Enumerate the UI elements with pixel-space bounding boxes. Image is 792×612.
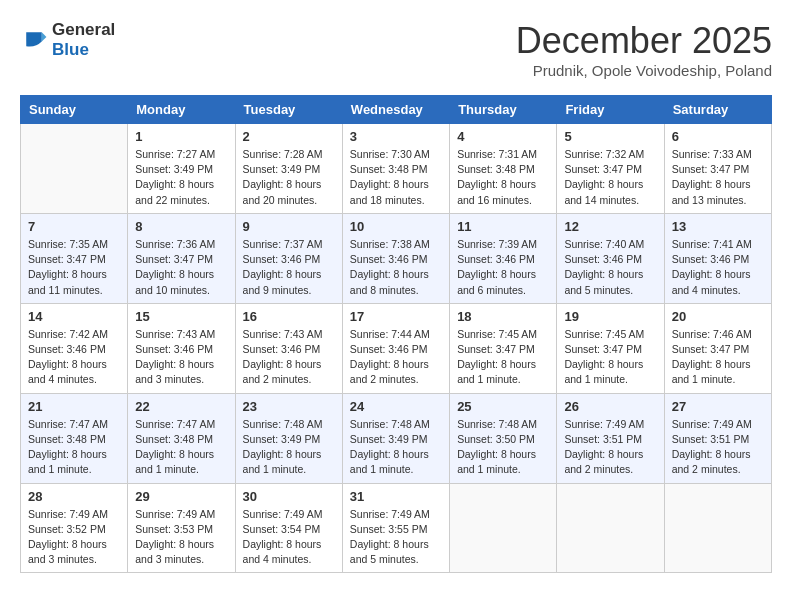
day-info: Sunrise: 7:41 AM Sunset: 3:46 PM Dayligh… [672,237,764,298]
calendar-cell: 9Sunrise: 7:37 AM Sunset: 3:46 PM Daylig… [235,213,342,303]
day-number: 12 [564,219,656,234]
title-block: December 2025 Prudnik, Opole Voivodeship… [516,20,772,79]
col-header-tuesday: Tuesday [235,96,342,124]
calendar-cell: 5Sunrise: 7:32 AM Sunset: 3:47 PM Daylig… [557,124,664,214]
day-number: 27 [672,399,764,414]
calendar-cell [21,124,128,214]
calendar-cell [557,483,664,573]
day-info: Sunrise: 7:45 AM Sunset: 3:47 PM Dayligh… [564,327,656,388]
calendar-week-row: 7Sunrise: 7:35 AM Sunset: 3:47 PM Daylig… [21,213,772,303]
day-info: Sunrise: 7:48 AM Sunset: 3:49 PM Dayligh… [243,417,335,478]
calendar-cell: 14Sunrise: 7:42 AM Sunset: 3:46 PM Dayli… [21,303,128,393]
calendar-cell: 29Sunrise: 7:49 AM Sunset: 3:53 PM Dayli… [128,483,235,573]
col-header-wednesday: Wednesday [342,96,449,124]
day-number: 18 [457,309,549,324]
day-info: Sunrise: 7:49 AM Sunset: 3:55 PM Dayligh… [350,507,442,568]
day-number: 21 [28,399,120,414]
calendar-cell: 3Sunrise: 7:30 AM Sunset: 3:48 PM Daylig… [342,124,449,214]
calendar-cell: 4Sunrise: 7:31 AM Sunset: 3:48 PM Daylig… [450,124,557,214]
calendar-table: SundayMondayTuesdayWednesdayThursdayFrid… [20,95,772,573]
col-header-friday: Friday [557,96,664,124]
calendar-cell: 19Sunrise: 7:45 AM Sunset: 3:47 PM Dayli… [557,303,664,393]
calendar-week-row: 21Sunrise: 7:47 AM Sunset: 3:48 PM Dayli… [21,393,772,483]
calendar-cell: 17Sunrise: 7:44 AM Sunset: 3:46 PM Dayli… [342,303,449,393]
day-number: 3 [350,129,442,144]
day-number: 25 [457,399,549,414]
day-info: Sunrise: 7:30 AM Sunset: 3:48 PM Dayligh… [350,147,442,208]
day-info: Sunrise: 7:43 AM Sunset: 3:46 PM Dayligh… [243,327,335,388]
day-info: Sunrise: 7:49 AM Sunset: 3:51 PM Dayligh… [672,417,764,478]
page-header: General Blue December 2025 Prudnik, Opol… [20,20,772,79]
day-info: Sunrise: 7:43 AM Sunset: 3:46 PM Dayligh… [135,327,227,388]
day-info: Sunrise: 7:40 AM Sunset: 3:46 PM Dayligh… [564,237,656,298]
day-number: 9 [243,219,335,234]
calendar-cell [450,483,557,573]
day-number: 31 [350,489,442,504]
day-info: Sunrise: 7:28 AM Sunset: 3:49 PM Dayligh… [243,147,335,208]
logo-blue: Blue [52,40,89,59]
calendar-cell: 12Sunrise: 7:40 AM Sunset: 3:46 PM Dayli… [557,213,664,303]
day-number: 7 [28,219,120,234]
day-number: 14 [28,309,120,324]
day-number: 2 [243,129,335,144]
calendar-cell: 20Sunrise: 7:46 AM Sunset: 3:47 PM Dayli… [664,303,771,393]
day-number: 23 [243,399,335,414]
calendar-cell: 31Sunrise: 7:49 AM Sunset: 3:55 PM Dayli… [342,483,449,573]
day-info: Sunrise: 7:42 AM Sunset: 3:46 PM Dayligh… [28,327,120,388]
day-number: 24 [350,399,442,414]
day-info: Sunrise: 7:49 AM Sunset: 3:51 PM Dayligh… [564,417,656,478]
calendar-cell: 26Sunrise: 7:49 AM Sunset: 3:51 PM Dayli… [557,393,664,483]
calendar-cell: 10Sunrise: 7:38 AM Sunset: 3:46 PM Dayli… [342,213,449,303]
day-info: Sunrise: 7:35 AM Sunset: 3:47 PM Dayligh… [28,237,120,298]
calendar-cell: 24Sunrise: 7:48 AM Sunset: 3:49 PM Dayli… [342,393,449,483]
day-info: Sunrise: 7:49 AM Sunset: 3:54 PM Dayligh… [243,507,335,568]
day-info: Sunrise: 7:37 AM Sunset: 3:46 PM Dayligh… [243,237,335,298]
day-number: 4 [457,129,549,144]
calendar-cell: 18Sunrise: 7:45 AM Sunset: 3:47 PM Dayli… [450,303,557,393]
day-number: 8 [135,219,227,234]
calendar-header-row: SundayMondayTuesdayWednesdayThursdayFrid… [21,96,772,124]
day-info: Sunrise: 7:27 AM Sunset: 3:49 PM Dayligh… [135,147,227,208]
day-info: Sunrise: 7:36 AM Sunset: 3:47 PM Dayligh… [135,237,227,298]
day-number: 19 [564,309,656,324]
location: Prudnik, Opole Voivodeship, Poland [516,62,772,79]
day-info: Sunrise: 7:45 AM Sunset: 3:47 PM Dayligh… [457,327,549,388]
day-info: Sunrise: 7:49 AM Sunset: 3:52 PM Dayligh… [28,507,120,568]
day-info: Sunrise: 7:38 AM Sunset: 3:46 PM Dayligh… [350,237,442,298]
logo-general: General [52,20,115,39]
calendar-week-row: 14Sunrise: 7:42 AM Sunset: 3:46 PM Dayli… [21,303,772,393]
day-number: 26 [564,399,656,414]
calendar-cell: 2Sunrise: 7:28 AM Sunset: 3:49 PM Daylig… [235,124,342,214]
day-number: 11 [457,219,549,234]
month-title: December 2025 [516,20,772,62]
day-info: Sunrise: 7:32 AM Sunset: 3:47 PM Dayligh… [564,147,656,208]
day-info: Sunrise: 7:49 AM Sunset: 3:53 PM Dayligh… [135,507,227,568]
day-info: Sunrise: 7:39 AM Sunset: 3:46 PM Dayligh… [457,237,549,298]
day-number: 6 [672,129,764,144]
day-info: Sunrise: 7:48 AM Sunset: 3:49 PM Dayligh… [350,417,442,478]
day-info: Sunrise: 7:44 AM Sunset: 3:46 PM Dayligh… [350,327,442,388]
day-info: Sunrise: 7:47 AM Sunset: 3:48 PM Dayligh… [135,417,227,478]
calendar-cell: 8Sunrise: 7:36 AM Sunset: 3:47 PM Daylig… [128,213,235,303]
calendar-cell: 23Sunrise: 7:48 AM Sunset: 3:49 PM Dayli… [235,393,342,483]
day-number: 17 [350,309,442,324]
calendar-week-row: 1Sunrise: 7:27 AM Sunset: 3:49 PM Daylig… [21,124,772,214]
logo: General Blue [20,20,115,59]
calendar-cell: 1Sunrise: 7:27 AM Sunset: 3:49 PM Daylig… [128,124,235,214]
col-header-monday: Monday [128,96,235,124]
calendar-week-row: 28Sunrise: 7:49 AM Sunset: 3:52 PM Dayli… [21,483,772,573]
day-number: 13 [672,219,764,234]
calendar-cell: 21Sunrise: 7:47 AM Sunset: 3:48 PM Dayli… [21,393,128,483]
day-number: 16 [243,309,335,324]
col-header-saturday: Saturday [664,96,771,124]
logo-text: General Blue [52,20,115,59]
day-number: 15 [135,309,227,324]
day-number: 10 [350,219,442,234]
calendar-cell: 28Sunrise: 7:49 AM Sunset: 3:52 PM Dayli… [21,483,128,573]
day-number: 5 [564,129,656,144]
calendar-cell: 7Sunrise: 7:35 AM Sunset: 3:47 PM Daylig… [21,213,128,303]
calendar-cell: 25Sunrise: 7:48 AM Sunset: 3:50 PM Dayli… [450,393,557,483]
calendar-cell: 13Sunrise: 7:41 AM Sunset: 3:46 PM Dayli… [664,213,771,303]
calendar-cell: 6Sunrise: 7:33 AM Sunset: 3:47 PM Daylig… [664,124,771,214]
calendar-cell: 11Sunrise: 7:39 AM Sunset: 3:46 PM Dayli… [450,213,557,303]
